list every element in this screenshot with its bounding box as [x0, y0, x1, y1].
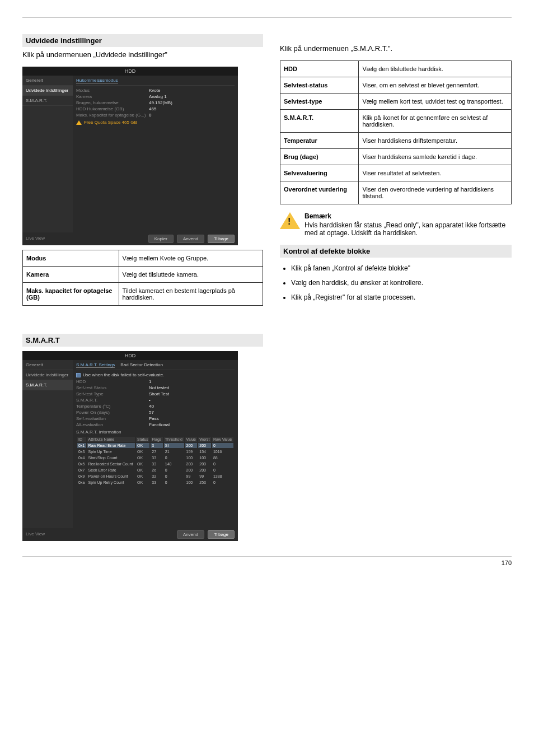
- sidebar-item-udvidede[interactable]: Udvidede indstillinger: [22, 86, 73, 96]
- table-header: Value: [185, 437, 198, 442]
- kv-camera-value[interactable]: Analog 1: [149, 94, 167, 99]
- note-body: Hvis harddisken får status „Read only", …: [305, 221, 512, 237]
- apply-button[interactable]: Anvend: [177, 235, 204, 243]
- param-key: Kamera: [23, 267, 119, 283]
- table-cell: 99: [198, 474, 211, 479]
- table-cell: OK: [136, 455, 149, 460]
- table-cell: 0x9: [77, 474, 86, 479]
- table-cell: 0: [212, 468, 233, 473]
- table-cell: OK: [136, 443, 149, 448]
- table-cell: OK: [136, 480, 149, 485]
- copy-button[interactable]: Kopier: [148, 235, 174, 243]
- table-header: ID: [77, 437, 86, 442]
- table-cell: 21: [164, 449, 184, 454]
- table-cell: 1016: [212, 449, 233, 454]
- tab-hukommelsesmodus[interactable]: Hukommelsesmodus: [76, 78, 118, 83]
- right-column: Klik på undermenuen „S.M.A.R.T.". HDDVæl…: [280, 29, 512, 545]
- table-cell: 3: [151, 443, 163, 448]
- kv-hdd-value: 465: [149, 106, 156, 111]
- table-cell: Start/Stop Count: [87, 455, 135, 460]
- table-cell: 27: [151, 449, 163, 454]
- tab-bad-sector[interactable]: Bad Sector Detection: [120, 362, 163, 368]
- param-val: Vælg det tilsluttede kamera.: [119, 267, 263, 283]
- kv-label: All-evaluation: [76, 422, 149, 427]
- kv-max-label: Maks. kapacitet for optagelse (G...): [76, 113, 149, 118]
- param-key: Maks. kapacitet for optagelse (GB): [23, 283, 119, 306]
- table-cell: 32: [151, 474, 163, 479]
- table-cell: 0xa: [77, 480, 86, 485]
- param-key: Temperatur: [280, 133, 359, 149]
- param-val: Vælg den tilsluttede harddisk.: [359, 61, 512, 77]
- back-button-2[interactable]: Tilbage: [208, 530, 235, 539]
- kv-label: HDD: [76, 379, 149, 384]
- bottom-rule: [22, 557, 512, 557]
- kv-used-label: Brugen, hukommelse: [76, 100, 149, 105]
- live-view-label-2[interactable]: Live View: [26, 530, 45, 539]
- warning-icon: [76, 120, 82, 125]
- param-key: Selvevaluering: [280, 165, 359, 181]
- app2-main: S.M.A.R.T. Settings Bad Sector Detection…: [73, 360, 238, 528]
- table-cell: 2e: [151, 468, 163, 473]
- sidebar-item-udvidede-2[interactable]: Udvidede indstillinger: [22, 370, 73, 380]
- left-column: Udvidede indstillinger Klik på undermenu…: [22, 29, 263, 545]
- section-bar-udvidede: Udvidede indstillinger: [22, 34, 263, 47]
- table-row[interactable]: 0x7Seek Error RateOK2e02002000: [77, 468, 233, 473]
- param-val: Klik på ikonet for at gennemføre en selv…: [359, 110, 512, 133]
- kv-mode-label: Modus: [76, 88, 149, 93]
- table-cell: Power-on Hours Count: [87, 474, 135, 479]
- section-bar-checks: Kontrol af defekte blokke: [280, 245, 512, 258]
- app-window-hdd-1: HDD Generelt Udvidede indstillinger S.M.…: [22, 67, 238, 245]
- param-val: Viser, om en selvtest er blevet gennemfø…: [359, 77, 512, 94]
- table-cell: 0x3: [77, 449, 86, 454]
- list-item: Klik på „Registrer" for at starte proces…: [291, 293, 512, 301]
- app2-sidebar: Generelt Udvidede indstillinger S.M.A.R.…: [22, 360, 73, 528]
- table-cell: Reallocated Sector Count: [87, 461, 135, 466]
- table-row[interactable]: 0x4Start/Stop CountOK33010010088: [77, 455, 233, 460]
- table-row[interactable]: 0xaSpin Up Retry CountOK3301002530: [77, 480, 233, 485]
- table-row[interactable]: 0x1Raw Read Error RateOK3SI2002000: [77, 443, 233, 448]
- sidebar-item-generelt[interactable]: Generelt: [22, 76, 73, 86]
- sidebar-item-smart[interactable]: S.M.A.R.T.: [22, 96, 73, 106]
- table-row[interactable]: 0x9Power-on Hours CountOK32099991388: [77, 474, 233, 479]
- table-cell: 33: [151, 461, 163, 466]
- table-cell: 100: [198, 455, 211, 460]
- param-key: HDD: [280, 61, 359, 77]
- table-cell: 200: [185, 443, 198, 448]
- table-cell: 0x4: [77, 455, 86, 460]
- table-header: Raw Value: [212, 437, 233, 442]
- kv-value: •: [149, 398, 151, 403]
- table-header: Status: [136, 437, 149, 442]
- live-view-label[interactable]: Live View: [26, 235, 45, 243]
- kv-value: 1: [149, 379, 151, 384]
- table-row[interactable]: 0x3Spin Up TimeOK27211591541016: [77, 449, 233, 454]
- kv-mode-value[interactable]: Kvote: [149, 88, 160, 93]
- kv-label: Self-test Type: [76, 391, 149, 396]
- app-sidebar: Generelt Udvidede indstillinger S.M.A.R.…: [22, 76, 73, 232]
- sidebar-item-smart-2[interactable]: S.M.A.R.T.: [22, 380, 73, 390]
- left-intro: Klik på undermenuen „Udvidede indstillin…: [22, 50, 263, 59]
- sidebar-item-generelt-2[interactable]: Generelt: [22, 360, 73, 370]
- quota-warning: Free Quota Space 465 GB: [84, 120, 137, 125]
- checkbox-use-failed[interactable]: [76, 373, 81, 377]
- table-cell: Spin Up Time: [87, 449, 135, 454]
- table-cell: OK: [136, 449, 149, 454]
- note-block: Bemærk Hvis harddisken får status „Read …: [280, 212, 512, 237]
- param-table-right: HDDVælg den tilsluttede harddisk.Selvtes…: [280, 60, 512, 204]
- table-cell: 200: [198, 461, 211, 466]
- table-cell: 0: [212, 443, 233, 448]
- back-button[interactable]: Tilbage: [208, 235, 235, 243]
- param-val: Viser den overordnede vurdering af hardd…: [359, 181, 512, 204]
- smart-attribute-table: IDAttribute NameStatusFlagsThresholdValu…: [76, 436, 235, 486]
- table-row[interactable]: 0x5Reallocated Sector CountOK33140200200…: [77, 461, 233, 466]
- kv-max-value[interactable]: 0: [149, 113, 151, 118]
- tab-smart-settings[interactable]: S.M.A.R.T. Settings: [76, 362, 115, 368]
- kv-value: Not tested: [149, 385, 169, 390]
- table-cell: 0: [212, 480, 233, 485]
- app-window-hdd-2: HDD Generelt Udvidede indstillinger S.M.…: [22, 351, 238, 541]
- kv-label: Temperature (°C): [76, 404, 149, 409]
- param-key: Overordnet vurdering: [280, 181, 359, 204]
- apply-button-2[interactable]: Anvend: [177, 530, 204, 539]
- table-cell: Seek Error Rate: [87, 468, 135, 473]
- param-key: S.M.A.R.T.: [280, 110, 359, 133]
- param-key: Selvtest-status: [280, 77, 359, 94]
